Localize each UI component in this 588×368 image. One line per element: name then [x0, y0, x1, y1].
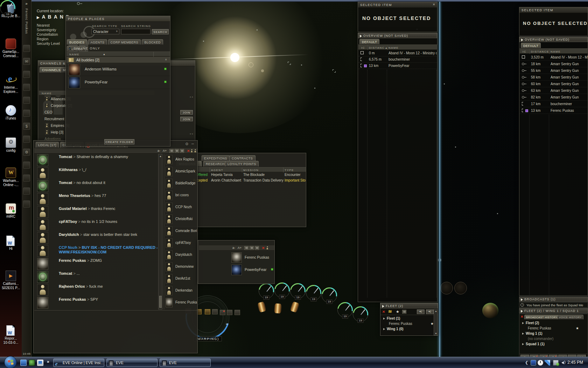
online-only-checkbox[interactable]: ✓: [69, 47, 72, 50]
chat-member-row[interactable]: Demonview: [164, 261, 197, 273]
chat-member-row[interactable]: Alex Raptos: [164, 154, 197, 166]
hud-module-icon[interactable]: [234, 310, 240, 315]
chat-avatar[interactable]: [37, 297, 48, 309]
tray-app-icon[interactable]: [531, 360, 536, 366]
tray-network-icon[interactable]: [553, 360, 559, 366]
hud-module-icon[interactable]: [212, 309, 218, 314]
member-avatar[interactable]: [166, 238, 173, 248]
overview-row[interactable]: 58 km Amarr Sentry Gun: [520, 74, 588, 81]
chat-member-row[interactable]: Daryldutch: [164, 249, 197, 261]
overview-row[interactable]: 18 km Amarr Sentry Gun: [520, 61, 588, 67]
turret-module-button[interactable]: 19: [337, 302, 353, 318]
chat-avatar[interactable]: [37, 258, 48, 270]
leave-fleet-icon[interactable]: ✕: [382, 310, 385, 314]
member-icon[interactable]: [194, 149, 197, 153]
scroll-up-icon[interactable]: ▲: [159, 155, 162, 157]
member-avatar[interactable]: [166, 214, 173, 224]
minimize-icon[interactable]: ─: [191, 142, 194, 146]
member-avatar[interactable]: [166, 155, 173, 164]
list-view-icon[interactable]: [244, 246, 248, 250]
desktop-icon[interactable]: iTunes: [0, 105, 22, 121]
scroll-thumb[interactable]: [159, 296, 162, 308]
neocom-people-icon[interactable]: [23, 71, 30, 78]
neocom-icon[interactable]: [23, 97, 30, 104]
overview-header[interactable]: OVERVIEW (NOT SAVED): [358, 33, 437, 38]
desktop-icon[interactable]: Californi...S02E01 P...: [0, 271, 22, 290]
buddy-row[interactable]: PowerbyFear: [66, 76, 170, 89]
desktop-icon[interactable]: GameSp...Comrad...: [0, 39, 22, 58]
neocom-icon[interactable]: [23, 162, 30, 169]
overview-row[interactable]: 6,575 m boucherminer: [358, 56, 438, 63]
tab-broadcast-history[interactable]: BROADCAST HISTORY: [524, 315, 559, 319]
tray-clock-icon[interactable]: [538, 360, 543, 366]
hud-module-icon[interactable]: [205, 309, 210, 314]
turret-module-button[interactable]: 19: [353, 306, 368, 322]
font-smaller-button[interactable]: a-: [232, 246, 235, 250]
quicklaunch-switch-windows-icon[interactable]: [37, 360, 43, 366]
people-places-titlebar[interactable]: PEOPLE & PLACES: [66, 16, 170, 22]
neocom-icon[interactable]: [23, 200, 30, 207]
neocom-icon[interactable]: [23, 84, 30, 91]
buddy-group-row[interactable]: All buddies [2] »: [66, 57, 170, 63]
chat-avatar[interactable]: [37, 167, 48, 179]
member-avatar[interactable]: [166, 191, 173, 200]
member-icon[interactable]: [266, 246, 269, 250]
buddy-name-header[interactable]: NAME ▲: [66, 52, 170, 56]
tab-voice-history[interactable]: VOICE HISTORY: [557, 315, 583, 319]
desktop-icon[interactable]: Warham...Online -...: [0, 168, 22, 187]
quicklaunch-show-desktop-icon[interactable]: [20, 360, 27, 366]
selected-item-titlebar[interactable]: SELECTED ITEM ✕: [358, 2, 437, 8]
search-string-input[interactable]: [121, 29, 150, 34]
turret-module-button[interactable]: 19: [290, 283, 306, 299]
fleet-tree-row[interactable]: Fleet (1) ★: [383, 316, 435, 322]
overview-header[interactable]: OVERVIEW (NOT SAVED): [519, 37, 588, 42]
fleet-scrollbar[interactable]: ▲ ▼: [434, 309, 438, 335]
member-avatar[interactable]: [166, 274, 173, 284]
turret-module-button[interactable]: 19: [259, 283, 274, 299]
font-larger-button[interactable]: A+: [238, 246, 241, 250]
overview-row[interactable]: 13 km Ferenc Puskas: [520, 107, 588, 114]
overview-column-headers[interactable]: IC DISTANC ▲ NAME: [358, 45, 438, 50]
member-avatar[interactable]: [166, 226, 173, 236]
fleet-hierarchy-header[interactable]: FLEET (2) / WING 1 / SQUAD 1: [519, 308, 588, 313]
expander-icon[interactable]: [522, 333, 524, 335]
voice-button[interactable]: ◂): [426, 309, 434, 314]
people-places-tab[interactable]: AGENTS: [88, 39, 107, 45]
broadcasts-header[interactable]: BROADCASTS (1): [519, 297, 588, 302]
hud-module-icon[interactable]: [227, 310, 232, 315]
neocom-icon[interactable]: [23, 175, 30, 182]
tab-channels[interactable]: CHANNELS: [40, 67, 63, 73]
list-view-icon[interactable]: [169, 149, 174, 153]
fleet-tree-row[interactable]: Squad 1 (1) ★: [522, 342, 588, 347]
chat-member-row[interactable]: Ferenc Puskas: [164, 297, 197, 309]
neocom-mail-icon[interactable]: ✉: [23, 58, 30, 65]
close-icon[interactable]: ✕: [433, 3, 436, 6]
people-places-tab[interactable]: BUDDIES: [67, 39, 87, 45]
hud-module-icon[interactable]: [220, 310, 225, 315]
turret-module-button[interactable]: 19: [306, 285, 321, 300]
quicklaunch-overflow-chevron[interactable]: »: [47, 359, 49, 364]
member-avatar[interactable]: [166, 167, 173, 176]
block-member-icon[interactable]: ✕: [262, 246, 265, 250]
detail-view-icon[interactable]: [250, 246, 254, 250]
chat-avatar[interactable]: [37, 245, 48, 257]
chat-avatar[interactable]: [37, 154, 48, 166]
fleet-tree-row[interactable]: Wing 1 (0) ★: [383, 327, 435, 332]
turret-module-button[interactable]: 19: [322, 287, 337, 303]
voice-button[interactable]: ◂): [417, 309, 425, 314]
chat-avatar[interactable]: [37, 284, 48, 296]
broadcast-row[interactable]: ↑ You have joined the fleet as Squad Me: [519, 302, 588, 308]
tray-collapse-icon[interactable]: ❮: [525, 360, 528, 365]
create-folder-button[interactable]: CREATE FOLDER: [104, 139, 134, 144]
taskbar-button-eve-2[interactable]: EVE: [160, 359, 211, 367]
chat-member-row[interactable]: AtomicSpark: [164, 166, 197, 178]
chat-member-row[interactable]: Comrade Boris: [164, 225, 197, 237]
scroll-up-icon[interactable]: ⌃⌃: [189, 96, 192, 99]
member-avatar[interactable]: [231, 265, 242, 275]
overview-row[interactable]: 63 km Amarr Sentry Gun: [520, 87, 588, 94]
overview-row[interactable]: 82 km Amarr Sentry Gun: [520, 94, 588, 101]
chat-member-row[interactable]: CCP Nozh: [164, 202, 197, 213]
chat-avatar[interactable]: [37, 180, 48, 192]
fleet-tree-row[interactable]: Wing 1 (1) ★: [522, 332, 588, 337]
scroll-up-icon[interactable]: ▲: [434, 310, 438, 312]
